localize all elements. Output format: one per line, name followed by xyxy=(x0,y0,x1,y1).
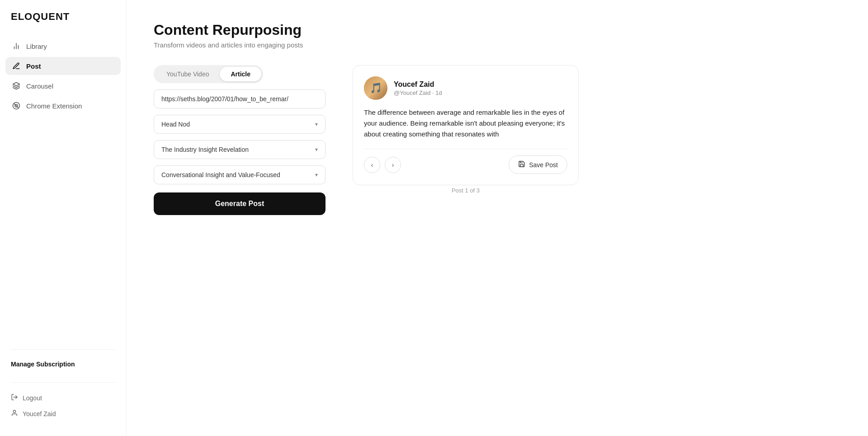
logout-label: Logout xyxy=(23,394,42,402)
next-post-button[interactable]: › xyxy=(385,157,401,173)
page-title: Content Repurposing xyxy=(154,22,841,38)
sidebar-nav: Library Post Carousel xyxy=(0,37,126,338)
post-user-handle: @Youcef Zaid · 1d xyxy=(394,89,442,96)
chevron-down-icon-3: ▾ xyxy=(315,172,318,178)
chevron-down-icon: ▾ xyxy=(315,121,318,127)
manage-subscription-link[interactable]: Manage Subscription xyxy=(11,361,115,371)
logout-item[interactable]: Logout xyxy=(11,394,115,402)
tab-article[interactable]: Article xyxy=(220,67,261,81)
voice-dropdown-value: Head Nod xyxy=(161,121,190,128)
layers-icon xyxy=(12,81,21,90)
post-content-text: The difference between average and remar… xyxy=(364,107,567,140)
svg-point-8 xyxy=(13,410,15,413)
app-logo: ELOQUENT xyxy=(0,11,126,37)
divider xyxy=(11,349,115,350)
content-layout: YouTube Video Article Head Nod ▾ The Ind… xyxy=(154,65,841,215)
post-footer: ‹ › Save Post xyxy=(364,149,567,174)
sidebar-bottom: Manage Subscription Logout Youcef Zaid xyxy=(0,338,126,425)
logout-icon xyxy=(11,394,18,402)
bar-chart-icon xyxy=(12,42,21,51)
sidebar-item-library-label: Library xyxy=(26,42,47,50)
sidebar-item-chrome-extension[interactable]: Chrome Extension xyxy=(5,97,121,115)
post-navigation: ‹ › xyxy=(364,157,401,173)
prev-post-button[interactable]: ‹ xyxy=(364,157,380,173)
save-post-button[interactable]: Save Post xyxy=(509,155,567,174)
sidebar-item-carousel-label: Carousel xyxy=(26,82,53,90)
main-content: Content Repurposing Transform videos and… xyxy=(127,0,868,436)
sidebar-item-post[interactable]: Post xyxy=(5,57,121,75)
post-header: 🎵 Youcef Zaid @Youcef Zaid · 1d xyxy=(364,76,567,100)
template-dropdown-value: The Industry Insight Revelation xyxy=(161,146,249,153)
avatar: 🎵 xyxy=(364,76,387,100)
style-dropdown[interactable]: Conversational Insight and Value-Focused… xyxy=(154,165,326,184)
pen-icon xyxy=(12,61,21,70)
post-card-wrapper: 🎵 Youcef Zaid @Youcef Zaid · 1d The diff… xyxy=(353,65,579,194)
post-card: 🎵 Youcef Zaid @Youcef Zaid · 1d The diff… xyxy=(353,65,579,185)
sidebar: ELOQUENT Library Post xyxy=(0,0,127,436)
sidebar-item-chrome-extension-label: Chrome Extension xyxy=(26,102,82,110)
tab-youtube-video[interactable]: YouTube Video xyxy=(156,67,220,81)
sidebar-item-library[interactable]: Library xyxy=(5,37,121,55)
sidebar-item-post-label: Post xyxy=(26,62,41,70)
generate-post-button[interactable]: Generate Post xyxy=(154,192,326,215)
divider2 xyxy=(11,382,115,383)
save-post-label: Save Post xyxy=(529,161,558,169)
post-pagination: Post 1 of 3 xyxy=(353,187,579,194)
style-dropdown-value: Conversational Insight and Value-Focused xyxy=(161,171,280,178)
save-icon xyxy=(518,160,525,169)
voice-dropdown[interactable]: Head Nod ▾ xyxy=(154,115,326,134)
avatar-image: 🎵 xyxy=(364,76,387,100)
post-user-info: Youcef Zaid @Youcef Zaid · 1d xyxy=(394,80,442,96)
user-icon xyxy=(11,409,18,418)
user-name-label: Youcef Zaid xyxy=(23,410,56,417)
page-subtitle: Transform videos and articles into engag… xyxy=(154,41,841,49)
url-input[interactable] xyxy=(154,89,326,108)
svg-marker-3 xyxy=(13,83,20,86)
content-type-tabs: YouTube Video Article xyxy=(154,65,263,83)
form-section: YouTube Video Article Head Nod ▾ The Ind… xyxy=(154,65,326,215)
template-dropdown[interactable]: The Industry Insight Revelation ▾ xyxy=(154,140,326,159)
user-profile-item[interactable]: Youcef Zaid xyxy=(11,409,115,418)
globe-icon xyxy=(12,101,21,110)
sidebar-item-carousel[interactable]: Carousel xyxy=(5,77,121,95)
chevron-down-icon-2: ▾ xyxy=(315,146,318,153)
post-user-name: Youcef Zaid xyxy=(394,80,442,89)
